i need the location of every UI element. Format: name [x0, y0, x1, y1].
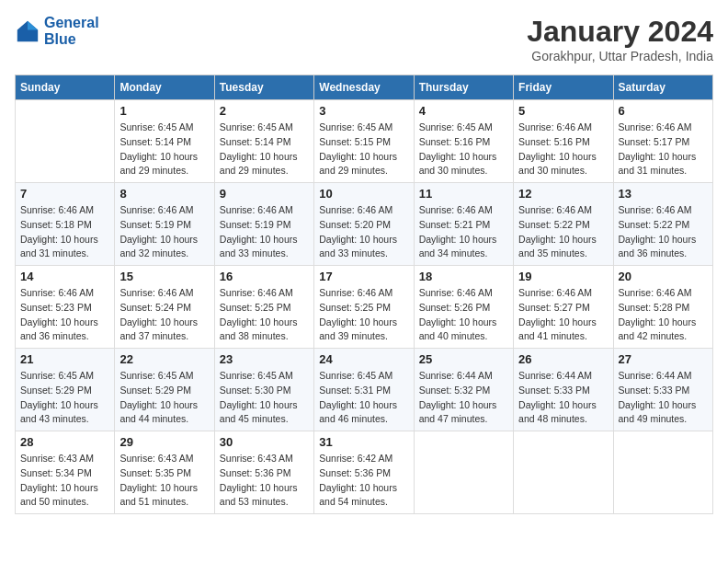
day-info: Sunrise: 6:46 AM Sunset: 5:25 PM Dayligh…	[220, 286, 309, 344]
logo-text: General Blue	[44, 15, 99, 47]
calendar-cell: 7Sunrise: 6:46 AM Sunset: 5:18 PM Daylig…	[16, 183, 115, 266]
calendar-cell	[414, 431, 513, 514]
calendar-cell: 24Sunrise: 6:45 AM Sunset: 5:31 PM Dayli…	[314, 349, 414, 431]
calendar-cell: 25Sunrise: 6:44 AM Sunset: 5:32 PM Dayli…	[414, 349, 513, 431]
calendar-cell	[514, 431, 613, 514]
day-info: Sunrise: 6:46 AM Sunset: 5:17 PM Dayligh…	[619, 121, 708, 178]
calendar-cell: 28Sunrise: 6:43 AM Sunset: 5:34 PM Dayli…	[16, 431, 115, 514]
day-number: 7	[20, 187, 109, 201]
calendar-cell	[16, 100, 115, 183]
day-info: Sunrise: 6:43 AM Sunset: 5:34 PM Dayligh…	[20, 452, 109, 510]
calendar-cell: 11Sunrise: 6:46 AM Sunset: 5:21 PM Dayli…	[414, 183, 513, 266]
calendar-cell: 14Sunrise: 6:46 AM Sunset: 5:23 PM Dayli…	[16, 266, 115, 349]
calendar-week-4: 21Sunrise: 6:45 AM Sunset: 5:29 PM Dayli…	[16, 349, 713, 431]
day-number: 31	[319, 435, 408, 449]
day-info: Sunrise: 6:43 AM Sunset: 5:36 PM Dayligh…	[220, 452, 309, 510]
day-number: 8	[119, 187, 209, 201]
day-number: 5	[518, 104, 608, 118]
calendar-cell	[613, 431, 712, 514]
calendar-table: SundayMondayTuesdayWednesdayThursdayFrid…	[15, 75, 713, 514]
calendar-week-5: 28Sunrise: 6:43 AM Sunset: 5:34 PM Dayli…	[16, 431, 713, 514]
day-info: Sunrise: 6:45 AM Sunset: 5:15 PM Dayligh…	[319, 121, 408, 178]
calendar-cell: 12Sunrise: 6:46 AM Sunset: 5:22 PM Dayli…	[514, 183, 613, 266]
day-info: Sunrise: 6:45 AM Sunset: 5:30 PM Dayligh…	[220, 369, 309, 427]
calendar-cell: 27Sunrise: 6:44 AM Sunset: 5:33 PM Dayli…	[613, 349, 712, 431]
day-info: Sunrise: 6:44 AM Sunset: 5:33 PM Dayligh…	[518, 369, 608, 427]
day-info: Sunrise: 6:45 AM Sunset: 5:14 PM Dayligh…	[220, 121, 309, 178]
day-info: Sunrise: 6:44 AM Sunset: 5:33 PM Dayligh…	[619, 369, 708, 427]
day-number: 6	[619, 104, 708, 118]
day-number: 3	[319, 104, 408, 118]
day-number: 16	[220, 270, 309, 283]
day-info: Sunrise: 6:46 AM Sunset: 5:19 PM Dayligh…	[119, 203, 209, 261]
day-info: Sunrise: 6:46 AM Sunset: 5:28 PM Dayligh…	[619, 286, 708, 344]
day-number: 23	[220, 352, 309, 366]
svg-marker-1	[28, 20, 38, 29]
day-number: 21	[20, 352, 109, 366]
day-number: 24	[319, 352, 408, 366]
day-number: 29	[119, 435, 209, 449]
day-info: Sunrise: 6:46 AM Sunset: 5:22 PM Dayligh…	[619, 203, 708, 261]
day-info: Sunrise: 6:46 AM Sunset: 5:21 PM Dayligh…	[419, 203, 508, 261]
day-info: Sunrise: 6:46 AM Sunset: 5:20 PM Dayligh…	[319, 203, 408, 261]
calendar-cell: 5Sunrise: 6:46 AM Sunset: 5:16 PM Daylig…	[514, 100, 613, 183]
calendar-cell: 31Sunrise: 6:42 AM Sunset: 5:36 PM Dayli…	[314, 431, 414, 514]
calendar-week-1: 1Sunrise: 6:45 AM Sunset: 5:14 PM Daylig…	[16, 100, 713, 183]
calendar-cell: 4Sunrise: 6:45 AM Sunset: 5:16 PM Daylig…	[414, 100, 513, 183]
calendar-cell: 30Sunrise: 6:43 AM Sunset: 5:36 PM Dayli…	[214, 431, 313, 514]
day-info: Sunrise: 6:45 AM Sunset: 5:31 PM Dayligh…	[319, 369, 408, 427]
calendar-cell: 13Sunrise: 6:46 AM Sunset: 5:22 PM Dayli…	[613, 183, 712, 266]
title-area: January 2024 Gorakhpur, Uttar Pradesh, I…	[527, 15, 713, 63]
location-subtitle: Gorakhpur, Uttar Pradesh, India	[527, 49, 713, 63]
day-info: Sunrise: 6:46 AM Sunset: 5:24 PM Dayligh…	[119, 286, 209, 344]
day-info: Sunrise: 6:44 AM Sunset: 5:32 PM Dayligh…	[419, 369, 508, 427]
day-info: Sunrise: 6:46 AM Sunset: 5:19 PM Dayligh…	[220, 203, 309, 261]
day-header-thursday: Thursday	[414, 75, 513, 100]
calendar-cell: 26Sunrise: 6:44 AM Sunset: 5:33 PM Dayli…	[514, 349, 613, 431]
calendar-cell: 6Sunrise: 6:46 AM Sunset: 5:17 PM Daylig…	[613, 100, 712, 183]
day-header-friday: Friday	[514, 75, 613, 100]
day-info: Sunrise: 6:46 AM Sunset: 5:25 PM Dayligh…	[319, 286, 408, 344]
calendar-cell: 1Sunrise: 6:45 AM Sunset: 5:14 PM Daylig…	[115, 100, 214, 183]
day-number: 10	[319, 187, 408, 201]
days-header-row: SundayMondayTuesdayWednesdayThursdayFrid…	[16, 75, 713, 100]
calendar-cell: 23Sunrise: 6:45 AM Sunset: 5:30 PM Dayli…	[214, 349, 313, 431]
day-number: 26	[518, 352, 608, 366]
calendar-cell: 9Sunrise: 6:46 AM Sunset: 5:19 PM Daylig…	[214, 183, 313, 266]
day-header-monday: Monday	[115, 75, 214, 100]
day-number: 1	[119, 104, 209, 118]
day-info: Sunrise: 6:46 AM Sunset: 5:16 PM Dayligh…	[518, 121, 608, 178]
calendar-cell: 17Sunrise: 6:46 AM Sunset: 5:25 PM Dayli…	[314, 266, 414, 349]
calendar-cell: 18Sunrise: 6:46 AM Sunset: 5:26 PM Dayli…	[414, 266, 513, 349]
logo: General Blue	[15, 15, 99, 47]
day-number: 20	[619, 270, 708, 283]
day-header-saturday: Saturday	[613, 75, 712, 100]
day-info: Sunrise: 6:45 AM Sunset: 5:16 PM Dayligh…	[419, 121, 508, 178]
day-number: 4	[419, 104, 508, 118]
day-header-sunday: Sunday	[16, 75, 115, 100]
day-info: Sunrise: 6:46 AM Sunset: 5:18 PM Dayligh…	[20, 203, 109, 261]
day-header-wednesday: Wednesday	[314, 75, 414, 100]
calendar-cell: 3Sunrise: 6:45 AM Sunset: 5:15 PM Daylig…	[314, 100, 414, 183]
day-number: 22	[119, 352, 209, 366]
day-number: 25	[419, 352, 508, 366]
day-number: 18	[419, 270, 508, 283]
day-number: 15	[119, 270, 209, 283]
day-number: 27	[619, 352, 708, 366]
day-header-tuesday: Tuesday	[214, 75, 313, 100]
calendar-cell: 15Sunrise: 6:46 AM Sunset: 5:24 PM Dayli…	[115, 266, 214, 349]
calendar-cell: 2Sunrise: 6:45 AM Sunset: 5:14 PM Daylig…	[214, 100, 313, 183]
page-header: General Blue January 2024 Gorakhpur, Utt…	[15, 15, 713, 63]
calendar-week-3: 14Sunrise: 6:46 AM Sunset: 5:23 PM Dayli…	[16, 266, 713, 349]
month-title: January 2024	[527, 15, 713, 49]
day-number: 9	[220, 187, 309, 201]
calendar-cell: 8Sunrise: 6:46 AM Sunset: 5:19 PM Daylig…	[115, 183, 214, 266]
day-info: Sunrise: 6:46 AM Sunset: 5:22 PM Dayligh…	[518, 203, 608, 261]
day-info: Sunrise: 6:46 AM Sunset: 5:26 PM Dayligh…	[419, 286, 508, 344]
day-number: 14	[20, 270, 109, 283]
day-number: 19	[518, 270, 608, 283]
calendar-cell: 16Sunrise: 6:46 AM Sunset: 5:25 PM Dayli…	[214, 266, 313, 349]
day-number: 11	[419, 187, 508, 201]
calendar-cell: 10Sunrise: 6:46 AM Sunset: 5:20 PM Dayli…	[314, 183, 414, 266]
day-info: Sunrise: 6:46 AM Sunset: 5:23 PM Dayligh…	[20, 286, 109, 344]
